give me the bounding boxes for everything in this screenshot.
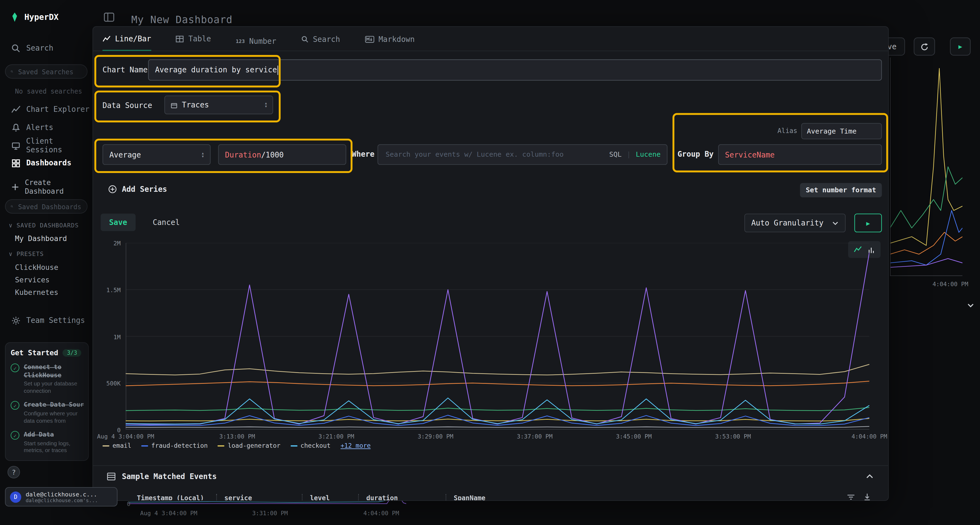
sidebar-item-team-settings[interactable]: Team Settings bbox=[0, 312, 92, 328]
sql-toggle[interactable]: SQL bbox=[609, 151, 622, 159]
help-label: ? bbox=[12, 468, 16, 476]
chart-name-input[interactable]: Average duration by service bbox=[148, 59, 882, 81]
lucene-toggle[interactable]: Lucene bbox=[636, 151, 661, 159]
y-tick-label: 2M bbox=[93, 240, 121, 247]
bg-bottom-zero-label: 0 bbox=[127, 500, 130, 507]
run-chart-button[interactable]: ▶ bbox=[854, 214, 882, 232]
create-dashboard-label: Create Dashboard bbox=[25, 178, 92, 195]
add-series-button[interactable]: Add Series bbox=[108, 185, 167, 194]
sidebar-item-dashboards[interactable]: Dashboards bbox=[0, 155, 92, 171]
get-started-card: Get Started 3/3 ✓ Connect to ClickHouse … bbox=[5, 342, 89, 461]
bell-icon bbox=[11, 123, 21, 132]
table-column-header[interactable]: Timestamp (Local) bbox=[137, 494, 216, 501]
plus-icon bbox=[11, 183, 19, 191]
check-circle-icon: ✓ bbox=[11, 431, 19, 440]
step-title: Create Data Source bbox=[24, 401, 84, 409]
where-search-input[interactable]: SQL | Lucene bbox=[377, 144, 668, 165]
legend-item[interactable]: load-generator bbox=[218, 442, 280, 449]
get-started-step[interactable]: ✓ Create Data Source Configure where you… bbox=[11, 401, 83, 425]
step-desc: Set up your database connection bbox=[24, 380, 83, 395]
legend-item[interactable]: checkout bbox=[290, 442, 331, 449]
avatar-initial: D bbox=[14, 494, 17, 500]
presets-section-header[interactable]: ∨ PRESETS bbox=[9, 251, 90, 257]
legend-more-link[interactable]: +12 more bbox=[340, 442, 371, 449]
x-tick-label: 4:04:00 PM bbox=[829, 433, 889, 439]
legend-item[interactable]: fraud-detection bbox=[141, 442, 208, 449]
tab-markdown[interactable]: Markdown bbox=[365, 27, 415, 51]
refresh-button[interactable] bbox=[914, 38, 935, 56]
tab-label: Number bbox=[249, 37, 276, 45]
tab-search[interactable]: Search bbox=[301, 27, 340, 51]
saved-dashboards-input[interactable] bbox=[5, 199, 88, 214]
sidebar-item-label: Client Sessions bbox=[26, 137, 92, 154]
hyperdx-logo[interactable]: HyperDX bbox=[10, 13, 59, 22]
saved-dashboards-section-header[interactable]: ∨ SAVED DASHBOARDS bbox=[9, 222, 90, 228]
field-value-red: Duration bbox=[225, 150, 261, 159]
background-play-button[interactable]: ▶ bbox=[950, 38, 971, 56]
group-by-label: Group By bbox=[678, 150, 714, 159]
preset-clickhouse[interactable]: ClickHouse bbox=[15, 263, 58, 272]
get-started-step[interactable]: ✓ Connect to ClickHouse Set up your data… bbox=[11, 363, 83, 395]
legend-item[interactable]: email bbox=[103, 442, 132, 449]
table-column-header[interactable]: service bbox=[216, 494, 302, 501]
cancel-button[interactable]: Cancel bbox=[150, 214, 183, 231]
sidebar-collapse-icon[interactable] bbox=[104, 13, 115, 22]
legend-color-dash bbox=[290, 445, 297, 446]
table-icon bbox=[176, 35, 184, 43]
legend-item[interactable]: +12 more bbox=[340, 442, 371, 449]
x-tick-label: Aug 4 3:04:00 PM bbox=[92, 433, 166, 439]
where-search-field[interactable] bbox=[384, 150, 605, 159]
save-button[interactable]: Save bbox=[101, 214, 136, 231]
download-icon[interactable] bbox=[863, 493, 871, 501]
help-button[interactable]: ? bbox=[8, 466, 20, 479]
get-started-step[interactable]: ✓ Add Data Start sending logs, metrics, … bbox=[11, 431, 83, 455]
preset-kubernetes[interactable]: Kubernetes bbox=[15, 288, 58, 297]
avatar: D bbox=[10, 491, 21, 503]
table-column-header[interactable]: level bbox=[302, 494, 358, 501]
data-source-select[interactable]: Traces ▲▼ bbox=[164, 95, 273, 114]
hyperdx-logo-icon bbox=[10, 13, 19, 22]
y-tick-label: 0 bbox=[93, 427, 121, 433]
collapse-chevron-icon[interactable] bbox=[865, 473, 874, 480]
sidebar-item-search[interactable]: Search bbox=[0, 40, 92, 56]
alias-input[interactable]: Average Time bbox=[801, 123, 882, 139]
sample-events-header[interactable]: Sample Matched Events bbox=[107, 472, 217, 481]
field-input[interactable]: Duration/1000 bbox=[218, 144, 346, 165]
section-label: PRESETS bbox=[17, 251, 44, 257]
tabs-divider bbox=[93, 51, 888, 51]
y-tick-label: 1.5M bbox=[93, 286, 121, 293]
sidebar-item-my-dashboard[interactable]: My Dashboard bbox=[15, 234, 67, 243]
monitor-icon bbox=[11, 141, 21, 150]
chevron-down-icon bbox=[832, 220, 839, 226]
legend-label: load-generator bbox=[228, 442, 281, 449]
scroll-down-chevron-icon[interactable] bbox=[966, 302, 975, 309]
table-column-header[interactable]: duration bbox=[358, 494, 445, 501]
search-icon bbox=[11, 203, 13, 210]
sidebar-item-alerts[interactable]: Alerts bbox=[0, 119, 92, 136]
saved-searches-input[interactable] bbox=[5, 64, 88, 79]
preset-services[interactable]: Services bbox=[15, 275, 49, 284]
filter-icon[interactable] bbox=[847, 493, 855, 501]
search-icon bbox=[301, 35, 309, 43]
group-by-input[interactable]: ServiceName bbox=[718, 144, 882, 165]
tab-line-bar[interactable]: Line/Bar bbox=[103, 27, 151, 51]
user-menu[interactable]: D dale@clickhouse.c... dale@clickhouse.c… bbox=[5, 487, 117, 506]
chevron-down-icon: ∨ bbox=[9, 222, 13, 228]
step-desc: Start sending logs, metrics, or traces bbox=[24, 440, 83, 455]
user-org: dale@clickhouse.com's... bbox=[25, 498, 98, 503]
granularity-select[interactable]: Auto Granularity bbox=[744, 214, 846, 232]
tab-table[interactable]: Table bbox=[176, 27, 211, 51]
aggregation-select[interactable]: Average ▲▼ bbox=[103, 144, 211, 165]
dashboard-grid-icon bbox=[11, 158, 21, 168]
table-column-header[interactable]: SpanName bbox=[445, 494, 633, 501]
saved-searches-field[interactable] bbox=[17, 67, 82, 76]
set-number-format-button[interactable]: Set number format bbox=[800, 183, 882, 197]
x-tick-label: 3:45:00 PM bbox=[593, 433, 674, 439]
y-tick-label: 500K bbox=[93, 380, 121, 387]
create-dashboard-button[interactable]: Create Dashboard bbox=[0, 179, 92, 195]
sidebar-item-chart-explorer[interactable]: Chart Explorer bbox=[0, 101, 92, 117]
tab-number[interactable]: 123 Number bbox=[236, 29, 276, 53]
sidebar-item-client-sessions[interactable]: Client Sessions bbox=[0, 137, 92, 154]
data-source-value: Traces bbox=[182, 101, 209, 109]
saved-dashboards-field[interactable] bbox=[17, 202, 82, 211]
